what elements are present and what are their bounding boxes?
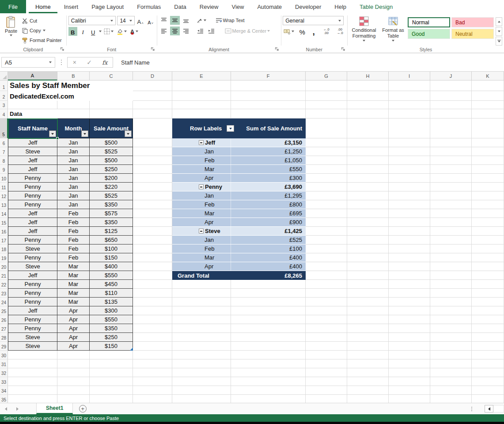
column-header-k[interactable]: K: [472, 72, 504, 80]
table-cell[interactable]: Jan: [57, 183, 90, 191]
row-header-19[interactable]: 19: [0, 253, 8, 262]
table-cell[interactable]: Steve: [8, 262, 57, 271]
table-cell[interactable]: $125: [90, 227, 133, 236]
row-header-13[interactable]: 13: [0, 200, 8, 209]
hscroll-left-button[interactable]: [485, 405, 493, 413]
row-header-16[interactable]: 16: [0, 227, 8, 236]
ribbon-tab-insert[interactable]: Insert: [57, 0, 85, 13]
table-cell[interactable]: Penny: [8, 236, 57, 244]
insert-function-icon[interactable]: fx: [102, 59, 107, 66]
row-header-27[interactable]: 27: [0, 324, 8, 333]
table-cell[interactable]: $220: [90, 183, 133, 191]
ribbon-tab-view[interactable]: View: [225, 0, 250, 13]
table-cell[interactable]: Jeff: [8, 138, 57, 147]
pivot-row[interactable]: Apr£900: [172, 218, 306, 227]
ribbon-tab-automate[interactable]: Automate: [250, 0, 288, 13]
table-cell[interactable]: Feb: [57, 236, 90, 244]
decrease-indent-button[interactable]: [196, 27, 205, 35]
styles-more-button[interactable]: [496, 37, 502, 46]
filter-dropdown-icon[interactable]: [49, 130, 56, 137]
row-header-20[interactable]: 20: [0, 262, 8, 271]
table-cell[interactable]: Jan: [57, 200, 90, 209]
table-cell[interactable]: Penny: [8, 315, 57, 324]
table-cell[interactable]: $450: [90, 280, 133, 289]
pivot-row[interactable]: Mar£695: [172, 209, 306, 218]
table-cell[interactable]: Penny: [8, 280, 57, 289]
table-cell[interactable]: $350: [90, 218, 133, 227]
table-cell[interactable]: Jeff: [8, 218, 57, 227]
table-cell[interactable]: Jeff: [8, 271, 57, 280]
column-header-j[interactable]: J: [430, 72, 472, 80]
cut-button[interactable]: Cut: [22, 17, 62, 25]
table-cell[interactable]: Apr: [57, 306, 90, 315]
column-header-a[interactable]: A: [8, 72, 57, 80]
copy-button[interactable]: Copy: [22, 27, 62, 34]
paste-button[interactable]: Paste: [2, 15, 20, 44]
align-top-button[interactable]: [159, 16, 169, 25]
table-cell[interactable]: $500: [90, 138, 133, 147]
pivot-row[interactable]: Apr£400: [172, 262, 306, 271]
horizontal-scrollbar[interactable]: [493, 405, 504, 413]
decrease-font-size-button[interactable]: A˅: [146, 16, 155, 25]
borders-button[interactable]: [103, 27, 114, 36]
orientation-button[interactable]: [196, 16, 207, 25]
row-header-30[interactable]: 30: [0, 351, 8, 359]
pivot-row[interactable]: Feb£800: [172, 200, 306, 209]
table-cell[interactable]: Feb: [57, 218, 90, 227]
table-cell[interactable]: Penny: [8, 191, 57, 200]
font-name-combo[interactable]: Calibri: [68, 16, 116, 25]
table-cell[interactable]: Apr: [57, 315, 90, 324]
decrease-decimal-button[interactable]: .00 →.0: [334, 27, 345, 36]
row-header-24[interactable]: 24: [0, 298, 8, 306]
row-header-35[interactable]: 35: [0, 395, 8, 403]
ribbon-tab-home[interactable]: Home: [29, 0, 57, 13]
style-bad[interactable]: Bad: [451, 17, 494, 27]
ribbon-tab-developer[interactable]: Developer: [288, 0, 328, 13]
underline-button[interactable]: U: [89, 27, 98, 36]
pivot-row[interactable]: Grand Total£8,265: [172, 271, 306, 280]
row-header-3[interactable]: 3: [0, 101, 8, 109]
table-cell[interactable]: $550: [90, 271, 133, 280]
table-cell[interactable]: Jeff: [8, 156, 57, 165]
table-cell[interactable]: $525: [90, 147, 133, 156]
table-cell[interactable]: Mar: [57, 262, 90, 271]
table-cell[interactable]: Apr: [57, 324, 90, 333]
row-header-7[interactable]: 7: [0, 147, 8, 156]
comma-style-button[interactable]: ,: [309, 27, 318, 36]
table-cell[interactable]: Penny: [8, 183, 57, 191]
clipboard-dialog-launcher[interactable]: [60, 46, 65, 52]
collapse-icon[interactable]: [199, 229, 204, 233]
bold-button[interactable]: B: [68, 27, 77, 36]
ribbon-tab-file[interactable]: File: [0, 0, 26, 13]
pivot-row[interactable]: Steve£1,425: [172, 227, 306, 236]
cancel-icon[interactable]: ×: [73, 59, 76, 66]
table-cell[interactable]: $400: [90, 262, 133, 271]
data-table-header-month[interactable]: Month: [57, 118, 90, 138]
sheet-nav-left-button[interactable]: [0, 403, 11, 414]
row-header-25[interactable]: 25: [0, 306, 8, 315]
sheet-nav-right-button[interactable]: [11, 403, 23, 414]
increase-indent-button[interactable]: [207, 27, 216, 35]
table-cell[interactable]: Steve: [8, 147, 57, 156]
row-header-22[interactable]: 22: [0, 280, 8, 289]
ribbon-tab-data[interactable]: Data: [167, 0, 193, 13]
row-header-2[interactable]: 2: [0, 91, 8, 101]
table-cell[interactable]: Penny: [8, 324, 57, 333]
table-cell[interactable]: Steve: [8, 333, 57, 342]
data-table-header-staff-name[interactable]: Staff Name: [8, 118, 57, 138]
row-header-15[interactable]: 15: [0, 218, 8, 227]
formula-input[interactable]: Staff Name: [117, 57, 503, 68]
accounting-format-button[interactable]: [283, 27, 295, 36]
table-cell[interactable]: $250: [90, 333, 133, 342]
name-box[interactable]: A5: [1, 57, 55, 68]
table-cell[interactable]: $100: [90, 244, 133, 253]
table-cell[interactable]: Mar: [57, 280, 90, 289]
number-dialog-launcher[interactable]: [341, 46, 346, 52]
align-center-button[interactable]: [170, 27, 180, 35]
table-cell[interactable]: $350: [90, 324, 133, 333]
pivot-row[interactable]: Feb£100: [172, 244, 306, 253]
table-cell[interactable]: Jeff: [8, 209, 57, 218]
row-header-8[interactable]: 8: [0, 156, 8, 165]
table-cell[interactable]: $350: [90, 200, 133, 209]
ribbon-tab-help[interactable]: Help: [328, 0, 353, 13]
